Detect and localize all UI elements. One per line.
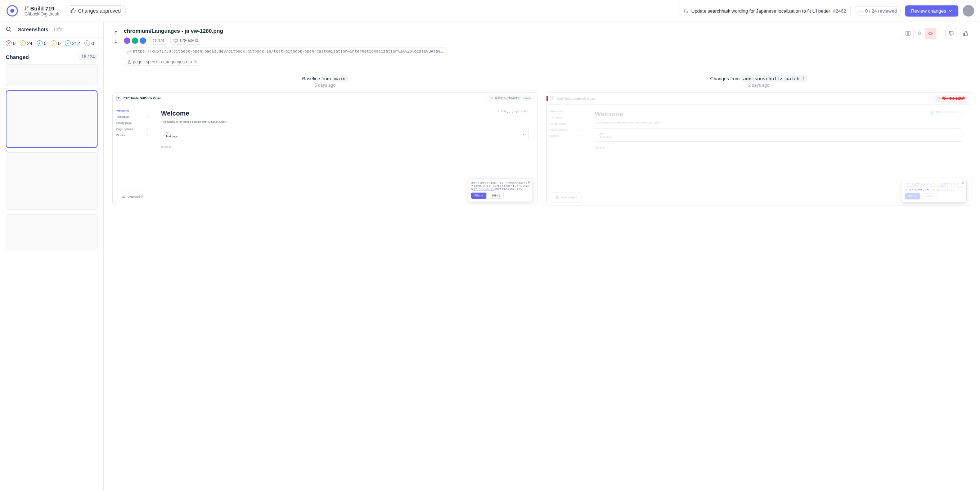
content: chromium/Languages - ja vw-1280.png 1/3 (104, 22, 980, 490)
header-left: Build 719 GitbookIO/gitbook Changes appr… (6, 4, 126, 17)
arrow-up-icon[interactable] (112, 29, 119, 37)
browser-icons (124, 37, 146, 44)
dimensions[interactable]: 1280x800 (170, 37, 202, 44)
link-icon (127, 49, 131, 54)
stats-row: ✕0 !24 +0 −0 ✓212 ↻0 (0, 37, 103, 49)
file-info: chromium/Languages - ja vw-1280.png 1/3 (124, 28, 446, 66)
svg-rect-8 (908, 32, 910, 35)
eye-icon (928, 30, 934, 37)
thumbnails[interactable] (0, 64, 103, 490)
changed-header: Changed 18 / 24 (0, 49, 103, 64)
changed-count: 18 / 24 (78, 54, 97, 60)
file-meta-row-2: https://c05f1730.gitbook-open.pages.dev/… (124, 48, 446, 55)
thumbnail[interactable] (6, 152, 97, 210)
monitor-icon (173, 38, 178, 43)
pr-link[interactable]: Update search/ask wording for Japanese l… (679, 6, 851, 16)
header-right: Update search/ask wording for Japanese l… (679, 5, 974, 17)
shield-icon[interactable] (132, 37, 138, 44)
thumbnail[interactable] (6, 64, 97, 86)
stat-failed[interactable]: ✕0 (6, 40, 16, 46)
thumbnail[interactable] (6, 214, 97, 250)
url-pill[interactable]: https://c05f1730.gitbook-open.pages.dev/… (124, 48, 446, 55)
build-info: Build 719 GitbookIO/gitbook (24, 5, 59, 17)
content-header-right (902, 28, 971, 39)
repo-name[interactable]: GitbookIO/gitbook (24, 11, 59, 17)
arrow-down-icon[interactable] (112, 38, 119, 45)
review-changes-button[interactable]: Review changes (905, 5, 958, 17)
retry-icon (152, 38, 157, 43)
baseline-column: Baseline from main 5 days ago EE2E Tests… (112, 72, 538, 481)
thumbs-up-icon (963, 30, 969, 37)
changes-column: Changes from addisonschultz-patch-1 2 da… (546, 72, 971, 481)
chevron-down-icon (948, 9, 953, 13)
thumbs-up-icon (70, 8, 76, 14)
comparison: Baseline from main 5 days ago EE2E Tests… (104, 72, 980, 490)
external-link-icon (193, 60, 197, 64)
view-overlay-button[interactable] (913, 28, 925, 39)
pull-request-icon (683, 8, 688, 13)
stat-added[interactable]: +0 (37, 40, 46, 46)
tab-screenshots[interactable]: Screenshots (18, 27, 48, 32)
columns-icon (905, 30, 911, 37)
chrome-icon[interactable] (140, 37, 146, 44)
stat-flaky[interactable]: ↻0 (84, 40, 94, 46)
search-icon[interactable] (6, 26, 12, 33)
svg-point-1 (10, 9, 14, 13)
thumbs-down-icon (948, 30, 954, 37)
file-name: chromium/Languages - ja vw-1280.png (124, 28, 446, 34)
flask-icon (127, 60, 131, 64)
close-icon: ✕ (528, 181, 530, 184)
baseline-screenshot[interactable]: EE2E Tests GitBook Open 質問するか検索する Ctrl +… (112, 92, 538, 205)
svg-rect-7 (906, 32, 908, 35)
changed-label: Changed (6, 54, 29, 60)
sidebar: Screenshots Info ✕0 !24 +0 −0 ✓212 ↻0 Ch… (0, 22, 104, 490)
view-side-by-side-button[interactable] (902, 28, 913, 39)
svg-point-2 (684, 9, 686, 10)
reject-button[interactable] (945, 28, 957, 39)
header: Build 719 GitbookIO/gitbook Changes appr… (0, 0, 980, 22)
svg-point-4 (687, 11, 688, 13)
view-diff-button[interactable] (925, 28, 936, 39)
logo-icon[interactable] (6, 4, 19, 17)
content-header: chromium/Languages - ja vw-1280.png 1/3 (104, 22, 980, 72)
stat-passed[interactable]: ✓212 (65, 40, 80, 46)
svg-point-11 (938, 97, 940, 99)
thumbnail-selected[interactable] (6, 91, 97, 148)
search-icon (937, 97, 940, 100)
dots-icon: ⋯ (859, 8, 864, 14)
approved-badge[interactable]: Changes approved (65, 5, 126, 16)
svg-point-9 (930, 33, 931, 34)
review-progress[interactable]: ⋯ 0 / 24 reviewed (855, 6, 901, 16)
tab-info[interactable]: Info (54, 27, 62, 32)
build-title[interactable]: Build 719 (24, 5, 59, 11)
close-icon: ✕ (962, 181, 964, 185)
svg-point-3 (684, 11, 686, 13)
user-avatar[interactable] (963, 5, 974, 17)
diff-indicator (547, 96, 548, 101)
pr-number: #2462 (833, 8, 846, 14)
baseline-label: Baseline from main 5 days ago (302, 72, 347, 92)
changes-label: Changes from addisonschultz-patch-1 2 da… (710, 72, 807, 92)
file-meta-row-3: pages.spec.ts › Languages › ja (124, 58, 446, 66)
svg-point-10 (491, 97, 493, 99)
divider (941, 29, 941, 38)
search-icon (490, 97, 493, 100)
sidebar-tabs: Screenshots Info (6, 26, 62, 33)
svg-point-5 (6, 27, 10, 30)
stat-changed[interactable]: !24 (20, 40, 32, 46)
sidebar-header: Screenshots Info (0, 22, 103, 37)
git-branch-icon (24, 6, 29, 10)
eye-icon[interactable] (124, 37, 130, 44)
svg-rect-6 (174, 39, 178, 42)
content-header-left: chromium/Languages - ja vw-1280.png 1/3 (112, 28, 446, 66)
stat-removed[interactable]: −0 (51, 40, 60, 46)
file-meta-row-1: 1/3 1280x800 (124, 37, 446, 44)
changes-screenshot[interactable]: EE2E Tests GitBook Open 聞いてみる検索 Welcome … (546, 92, 971, 206)
spec-path[interactable]: pages.spec.ts › Languages › ja (124, 58, 200, 66)
main: Screenshots Info ✕0 !24 +0 −0 ✓212 ↻0 Ch… (0, 22, 980, 490)
overlay-icon (916, 30, 923, 37)
approve-button[interactable] (960, 28, 971, 39)
nav-arrows (112, 28, 119, 66)
retry-count[interactable]: 1/3 (149, 37, 167, 44)
